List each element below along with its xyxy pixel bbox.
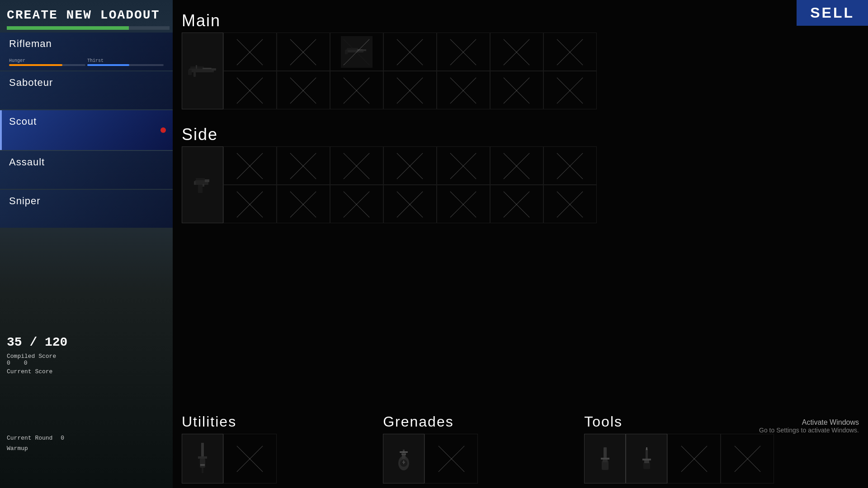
svg-rect-11 [363, 49, 366, 51]
side-slot-2-6[interactable] [490, 185, 543, 223]
svg-rect-39 [646, 447, 647, 450]
warmup-label: Warmup [7, 445, 64, 452]
thirst-label: Thirst [87, 58, 164, 63]
svg-rect-9 [357, 49, 363, 51]
windows-notice-title: Activate Windows [759, 418, 859, 427]
grenades-header: Grenades [383, 413, 566, 430]
svg-rect-5 [193, 72, 196, 77]
main-slot-1-3[interactable] [330, 33, 383, 71]
side-slot-1-6[interactable] [490, 146, 543, 185]
loadout-label-assault: Assault [9, 156, 45, 168]
sell-button[interactable]: SELL [797, 0, 868, 26]
main-slot-1-1[interactable] [223, 33, 277, 71]
loadout-label-scout: Scout [9, 116, 37, 127]
svg-rect-17 [203, 184, 204, 187]
side-slot-1-1[interactable] [223, 146, 277, 185]
main-section: Main [173, 0, 868, 114]
loadout-item-assault[interactable]: Assault [0, 151, 173, 189]
main-slot-1-5[interactable] [437, 33, 490, 71]
tools-slot-4[interactable] [721, 434, 774, 483]
main-slot-1-6[interactable] [490, 33, 543, 71]
svg-rect-20 [202, 468, 203, 473]
svg-rect-38 [642, 459, 651, 460]
compiled-score-left: 0 [7, 360, 10, 366]
loadout-label-rifleman: Rifleman [9, 38, 52, 50]
side-slot-2-2[interactable] [277, 185, 330, 223]
svg-rect-16 [194, 181, 196, 185]
svg-rect-13 [196, 178, 205, 180]
utilities-section: Utilities [182, 413, 365, 483]
side-section: Side [173, 118, 868, 225]
side-section-header: Side [182, 121, 859, 146]
svg-rect-8 [347, 48, 358, 50]
svg-rect-19 [200, 459, 205, 468]
main-slot-1-4[interactable] [383, 33, 437, 71]
svg-rect-21 [200, 464, 205, 466]
svg-rect-3 [188, 70, 192, 75]
grenades-slot-1[interactable] [383, 434, 425, 483]
svg-rect-6 [196, 65, 197, 69]
utilities-slot-2[interactable] [223, 434, 277, 483]
main-slot-2-3[interactable] [330, 71, 383, 109]
main-slot-1-2[interactable] [277, 33, 330, 71]
progress-bar-fill [7, 26, 129, 30]
loadout-item-sniper[interactable]: Sniper [0, 190, 173, 228]
side-slot-1-4[interactable] [383, 146, 437, 185]
side-slot-1-2[interactable] [277, 146, 330, 185]
side-weapon-grid [182, 146, 859, 223]
svg-rect-0 [189, 69, 214, 72]
side-slot-2-4[interactable] [383, 185, 437, 223]
svg-rect-2 [203, 68, 212, 69]
loadout-item-scout[interactable]: Scout [0, 110, 173, 150]
tools-slot-3[interactable] [667, 434, 721, 483]
page-title: CREATE NEW LOADOUT [7, 8, 160, 22]
main-slot-2-1[interactable] [223, 71, 277, 109]
side-slot-2-1[interactable] [223, 185, 277, 223]
score-display: 35 / 120 Compiled Score 0 0 Current Scor… [7, 335, 67, 375]
utilities-slots [182, 434, 365, 483]
compiled-score-label: Compiled Score [7, 353, 67, 360]
svg-rect-22 [198, 456, 207, 459]
utilities-slot-1[interactable] [182, 434, 223, 483]
svg-rect-14 [205, 179, 209, 182]
side-slot-1-5[interactable] [437, 146, 490, 185]
loadout-item-rifleman[interactable]: Rifleman Hunger Thirst [0, 33, 173, 70]
main-slot-2-7[interactable] [543, 71, 597, 109]
loadout-label-sniper: Sniper [9, 195, 41, 207]
side-slot-1-7[interactable] [543, 146, 597, 185]
main-slot-2-2[interactable] [277, 71, 330, 109]
loadout-item-saboteur[interactable]: Saboteur [0, 71, 173, 109]
svg-rect-4 [212, 68, 216, 70]
windows-notice: Activate Windows Go to Settings to activ… [759, 418, 859, 434]
main-slot-2-4[interactable] [383, 71, 437, 109]
grenades-slots [383, 434, 566, 483]
bottom-info: Current Round 0 Warmup [7, 435, 64, 452]
side-slot-2-5[interactable] [437, 185, 490, 223]
loadout-label-saboteur: Saboteur [9, 77, 53, 89]
side-weapon-slot-1[interactable] [182, 146, 223, 223]
tools-slots [584, 434, 859, 483]
svg-rect-15 [198, 185, 203, 193]
main-slot-1-7[interactable] [543, 33, 597, 71]
loadout-list: Rifleman Hunger Thirst Saboteur Scout [0, 33, 173, 229]
tools-slot-1[interactable] [584, 434, 626, 483]
windows-notice-subtitle: Go to Settings to activate Windows. [759, 427, 859, 434]
main-slot-2-6[interactable] [490, 71, 543, 109]
svg-rect-34 [601, 458, 609, 460]
tools-slot-2[interactable] [626, 434, 667, 483]
side-slot-2-7[interactable] [543, 185, 597, 223]
svg-rect-30 [403, 460, 404, 464]
grenades-slot-2[interactable] [425, 434, 478, 483]
svg-rect-10 [345, 50, 348, 54]
svg-rect-27 [400, 451, 408, 453]
main-weapon-grid [182, 33, 859, 109]
side-slot-1-3[interactable] [330, 146, 383, 185]
progress-bar-container [7, 26, 170, 30]
svg-rect-36 [643, 462, 650, 469]
main-weapon-slot-1[interactable] [182, 33, 223, 109]
current-round-label: Current Round 0 [7, 435, 64, 441]
side-slot-2-3[interactable] [330, 185, 383, 223]
main-slots-grid [223, 33, 597, 109]
main-slot-2-5[interactable] [437, 71, 490, 109]
grenades-section: Grenades [383, 413, 566, 483]
